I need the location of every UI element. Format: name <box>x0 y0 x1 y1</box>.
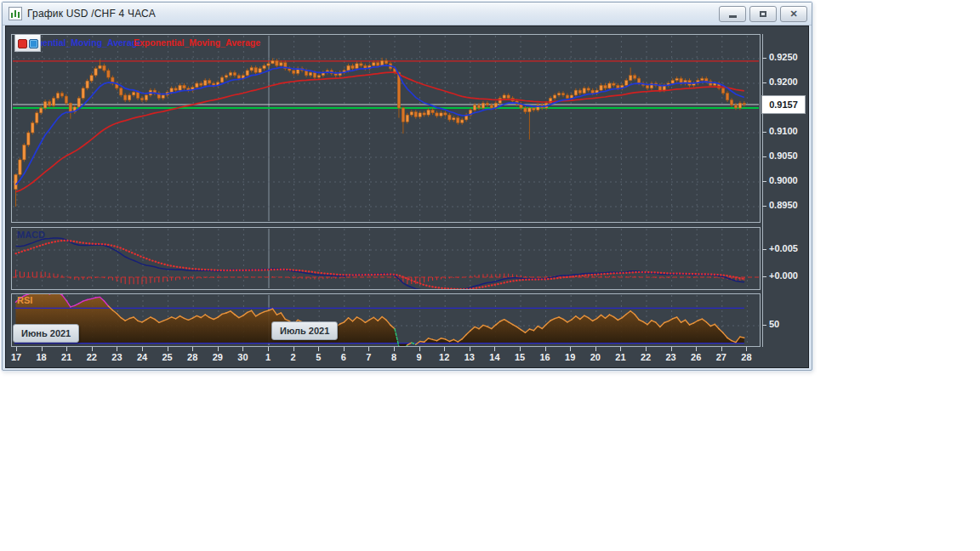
x-axis-label: 8 <box>381 352 407 362</box>
x-axis-label: 28 <box>733 352 759 362</box>
x-axis-label: 9 <box>407 352 432 362</box>
time-axis-tick <box>419 347 420 351</box>
x-axis-label: 7 <box>356 352 381 362</box>
time-axis-tick <box>242 347 243 351</box>
x-axis-label: 21 <box>607 352 633 362</box>
minimize-button[interactable] <box>719 6 746 22</box>
price-axis-tick <box>762 58 766 59</box>
x-axis-label: 18 <box>29 352 54 362</box>
price-axis-tick <box>762 82 766 83</box>
rsi-axis-label: 50 <box>769 319 809 329</box>
price-axis-label: 0.9000 <box>769 175 809 185</box>
restore-button[interactable] <box>749 6 777 22</box>
minimize-icon <box>729 15 737 18</box>
time-axis-tick <box>520 347 521 351</box>
chart-window-icon <box>9 7 22 20</box>
x-axis-label: 20 <box>583 352 608 362</box>
price-axis-tick <box>762 181 766 182</box>
x-axis-label: 16 <box>533 352 558 362</box>
price-axis-label: 0.9050 <box>769 151 809 161</box>
x-axis-label: 24 <box>129 352 155 362</box>
x-axis-label: 25 <box>155 352 180 362</box>
x-axis-label: 19 <box>557 352 583 362</box>
rsi-axis-tick <box>762 325 766 326</box>
legend-ema-slow: Exponential_Moving_Average <box>134 37 260 48</box>
time-axis-tick <box>696 347 697 351</box>
current-price-tag: 0.9157 <box>761 95 806 114</box>
time-axis-tick <box>746 347 747 351</box>
time-axis-tick <box>42 347 43 351</box>
time-axis-tick <box>268 347 269 351</box>
x-axis-label: 2 <box>281 352 306 362</box>
rsi-indicator-label: RSI <box>17 295 32 305</box>
time-axis-tick <box>344 347 345 351</box>
x-axis-label: 27 <box>709 352 734 362</box>
x-axis-label: 14 <box>481 352 507 362</box>
price-axis-label: 0.9250 <box>769 52 809 62</box>
time-axis-tick <box>293 347 294 351</box>
time-axis-tick <box>168 347 168 351</box>
x-axis-label: 6 <box>331 352 356 362</box>
price-chart-canvas[interactable] <box>12 35 760 222</box>
time-axis-tick <box>66 347 67 351</box>
macd-axis-tick <box>762 276 766 277</box>
chart-mini-toolbar <box>14 34 41 52</box>
close-button[interactable]: ✕ <box>780 6 807 22</box>
window-titlebar[interactable]: График USD /CHF 4 ЧАСА ✕ <box>3 3 812 26</box>
time-axis-tick <box>92 347 93 351</box>
x-axis-label: 23 <box>658 352 684 362</box>
window-title: График USD /CHF 4 ЧАСА <box>27 8 156 20</box>
time-axis-tick <box>16 347 17 351</box>
x-axis-label: 21 <box>54 352 79 362</box>
x-axis-label: 12 <box>431 352 457 362</box>
time-axis-tick <box>394 347 395 351</box>
price-axis-line <box>762 34 763 347</box>
time-axis-tick <box>192 347 193 351</box>
time-axis-tick <box>671 347 672 351</box>
macd-axis-label: +0.005 <box>769 243 809 253</box>
chart-client-area: Exponential_Moving_Average Exponential_M… <box>5 26 809 368</box>
price-axis-tick <box>762 132 766 133</box>
x-axis-label: 5 <box>305 352 331 362</box>
price-axis-tick <box>762 156 766 157</box>
time-axis-tick <box>444 347 445 351</box>
price-axis-label: 0.9100 <box>769 126 809 136</box>
macd-axis-tick <box>762 249 766 250</box>
time-axis-tick <box>117 347 117 351</box>
x-axis-label: 13 <box>457 352 482 362</box>
time-axis-tick <box>570 347 571 351</box>
macd-indicator-label: MACD <box>17 230 45 240</box>
month-marker-july: Июль 2021 <box>271 321 338 340</box>
time-axis-tick <box>620 347 621 351</box>
x-axis-label: 17 <box>5 352 29 362</box>
time-axis-tick <box>368 347 369 351</box>
time-axis-tick <box>545 347 546 351</box>
red-square-button[interactable] <box>18 39 27 48</box>
price-panel <box>11 34 761 223</box>
time-axis-tick <box>721 347 722 351</box>
x-axis-label: 28 <box>179 352 205 362</box>
price-axis-label: 0.9200 <box>769 77 809 87</box>
blue-square-button[interactable] <box>29 39 38 48</box>
x-axis-label: 30 <box>230 352 255 362</box>
x-axis-label: 29 <box>205 352 231 362</box>
macd-panel <box>11 227 761 290</box>
macd-axis-label: +0.000 <box>769 270 809 281</box>
x-axis-label: 15 <box>507 352 533 362</box>
restore-icon <box>760 11 766 17</box>
macd-canvas[interactable] <box>12 228 760 289</box>
time-axis-tick <box>494 347 495 351</box>
x-axis-label: 23 <box>104 352 129 362</box>
rsi-canvas[interactable] <box>12 294 760 346</box>
time-axis-tick <box>595 347 596 351</box>
time-axis-tick <box>318 347 319 351</box>
x-axis-label: 22 <box>79 352 105 362</box>
time-axis-tick <box>646 347 647 351</box>
time-axis-tick <box>142 347 143 351</box>
chart-window: График USD /CHF 4 ЧАСА ✕ Exponential_Mov… <box>2 2 812 371</box>
close-icon: ✕ <box>789 9 797 19</box>
window-controls: ✕ <box>719 6 807 22</box>
x-axis-label: 22 <box>633 352 658 362</box>
x-axis-label: 1 <box>255 352 281 362</box>
desktop: График USD /CHF 4 ЧАСА ✕ Exponential_Mov… <box>0 0 980 551</box>
